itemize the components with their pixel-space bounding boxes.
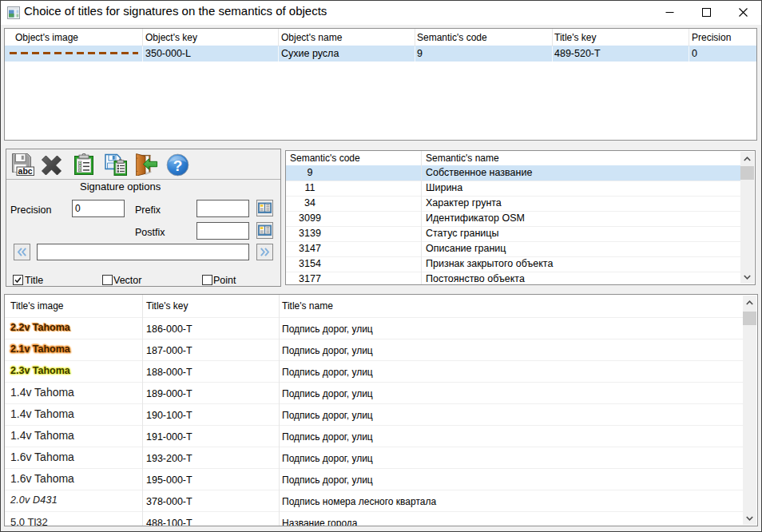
checkbox-label: Vector [113, 275, 141, 286]
book-icon [258, 202, 272, 214]
title-row[interactable]: 5.0 Tl32488-100-TНазвание города [5, 511, 744, 526]
object-titlekey-cell: 489-520-T [554, 46, 601, 62]
check-icon [14, 276, 22, 284]
close-button[interactable] [724, 1, 761, 24]
row-separator [5, 339, 744, 339]
title-name-cell: Подпись дорог, улиц [282, 447, 373, 470]
object-precision-cell: 0 [692, 46, 697, 62]
title-row[interactable]: 1.6v Tahoma193-200-TПодпись дорог, улиц [5, 447, 744, 468]
title-name-cell: Подпись дорог, улиц [282, 317, 373, 341]
postfix-input[interactable] [196, 222, 249, 240]
semantic-row[interactable]: 3099Идентификатор OSM [286, 211, 742, 226]
title-row[interactable]: 1.4v Tahoma190-100-TПодпись дорог, улиц [5, 403, 744, 425]
save-button[interactable]: abc [12, 153, 34, 176]
object-column-header[interactable]: Object's key [145, 29, 197, 46]
semantic-row[interactable]: 11Ширина [286, 181, 742, 196]
object-column-header[interactable]: Semantic's code [417, 29, 487, 46]
semantic-code-cell: 3177 [286, 272, 334, 285]
scroll-down-button[interactable] [743, 511, 756, 525]
row-separator [5, 317, 744, 318]
svg-text:?: ? [173, 157, 183, 174]
svg-text:abc: abc [18, 166, 33, 176]
minimize-button[interactable] [651, 1, 688, 24]
semantic-column-header[interactable]: Semantic's code [290, 151, 360, 166]
title-image-cell: 1.4v Tahoma [10, 403, 74, 425]
row-separator [5, 468, 744, 469]
delete-button[interactable] [41, 153, 63, 176]
prefix-dictionary-button[interactable] [256, 200, 273, 216]
title-key-cell: 378-000-T [146, 490, 192, 514]
row-separator [286, 196, 742, 197]
semantic-name-cell: Идентификатор OSM [426, 211, 525, 226]
object-column-header[interactable]: Title's key [554, 29, 597, 46]
object-column-header[interactable]: Precision [692, 29, 731, 46]
title-row[interactable]: 1.6v Tahoma195-000-TПодпись дорог, улиц [5, 468, 744, 490]
title-column-header[interactable]: Title's name [282, 295, 333, 317]
scroll-thumb[interactable] [740, 166, 754, 180]
semantic-code-cell: 3147 [286, 241, 334, 256]
semantic-row[interactable]: 3154Признак закрытого объекта [286, 256, 742, 272]
scroll-down-button[interactable] [740, 270, 754, 284]
scroll-up-button[interactable] [743, 296, 756, 309]
postfix-dictionary-button[interactable] [256, 222, 273, 239]
semantic-row[interactable]: 3147Описание границ [286, 241, 742, 256]
semantic-row[interactable]: 3177Постоянство объекта [286, 272, 742, 285]
prev-button[interactable] [14, 244, 30, 260]
scroll-up-icon [746, 300, 753, 305]
title-key-cell: 193-200-T [146, 447, 192, 470]
exit-button[interactable] [136, 153, 158, 176]
checkbox-vector[interactable] [102, 275, 113, 285]
scroll-thumb[interactable] [743, 312, 756, 325]
save-clipboard-icon [105, 153, 127, 176]
title-row[interactable]: 1.4v Tahoma191-000-TПодпись дорог, улиц [5, 425, 744, 447]
row-separator [5, 425, 744, 426]
checkbox-point[interactable] [202, 275, 212, 285]
precision-input[interactable]: 0 [72, 200, 125, 217]
semantic-name-cell: Характер грунта [426, 196, 502, 211]
scroll-up-button[interactable] [740, 152, 754, 165]
help-button[interactable]: ? [166, 153, 189, 176]
object-column-header[interactable]: Object's name [281, 29, 342, 46]
title-column-header[interactable]: Title's image [10, 295, 64, 317]
title-row[interactable]: 2.0v D431378-000-TПодпись номера лесного… [5, 490, 744, 511]
checkbox-label: Title [25, 275, 43, 286]
semantic-row[interactable]: 3139Статус границы [286, 226, 742, 241]
row-separator [5, 490, 744, 490]
title-row[interactable]: 2.2v Tahoma186-000-TПодпись дорог, улиц [5, 317, 744, 339]
title-name-cell: Подпись дорог, улиц [282, 339, 373, 363]
maximize-button[interactable] [688, 1, 724, 24]
title-key-cell: 488-100-T [146, 511, 192, 526]
title-row[interactable]: 2.3v Tahoma188-000-TПодпись дорог, улиц [5, 360, 744, 382]
title-key-cell: 187-000-T [146, 339, 192, 363]
semantic-code-cell: 9 [286, 165, 334, 181]
semantic-row[interactable]: 9Собственное название [286, 165, 742, 181]
next-button[interactable] [256, 244, 273, 260]
toolbar: abc? [6, 149, 280, 180]
column-separator [689, 46, 689, 62]
semantic-scrollbar[interactable] [740, 152, 754, 284]
semantic-name-cell: Признак закрытого объекта [426, 256, 553, 272]
maximize-icon [702, 8, 711, 17]
title-row[interactable]: 2.1v Tahoma187-000-TПодпись дорог, улиц [5, 339, 744, 360]
semantic-column-header[interactable]: Semantic's name [426, 151, 499, 166]
title-bar[interactable]: Choice of titles for signatures on the s… [1, 1, 761, 25]
list-button[interactable] [73, 153, 96, 176]
title-row[interactable]: 1.4v Tahoma189-000-TПодпись дорог, улиц [5, 382, 744, 403]
title-image-cell: 1.6v Tahoma [10, 447, 74, 468]
title-scrollbar[interactable] [743, 296, 756, 525]
column-separator [415, 46, 415, 62]
object-semcode-cell: 9 [417, 46, 423, 62]
object-key-cell: 350-000-L [145, 46, 191, 62]
save-list-button[interactable] [105, 153, 127, 176]
object-table-row[interactable]: 350-000-L Сухие русла 9 489-520-T 0 [5, 46, 756, 62]
title-column-header[interactable]: Title's key [146, 295, 189, 317]
signature-text-input[interactable] [37, 244, 249, 260]
row-separator [286, 256, 742, 257]
app-icon [7, 6, 20, 19]
checkbox-title[interactable] [13, 275, 23, 285]
prefix-input[interactable] [196, 200, 249, 217]
object-column-header[interactable]: Object's image [15, 29, 78, 46]
semantic-row[interactable]: 34Характер грунта [286, 196, 742, 211]
group-title: Signature options [80, 181, 161, 193]
title-image-cell: 2.2v Tahoma [10, 317, 70, 339]
